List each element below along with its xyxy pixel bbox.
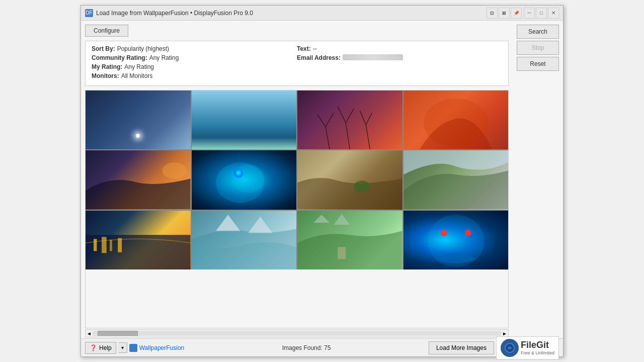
image-cell-1[interactable] [86,90,191,149]
main-window: DF Load Image from WallpaperFusion • Dis… [80,5,564,357]
email-value-blurred [343,54,403,60]
image-cell-11[interactable] [297,211,403,269]
scrollbar-track [93,331,501,336]
community-rating-row: Community Rating: Any Rating [92,54,297,61]
pin-btn[interactable]: 📌 [511,8,522,19]
image-cell-12[interactable] [404,211,509,269]
svg-point-13 [354,181,370,193]
svg-line-0 [326,127,330,149]
sort-by-value: Popularity (highest) [117,45,169,52]
image-cell-5[interactable] [86,150,191,209]
restore-btn[interactable]: ⊡ [487,8,498,19]
wallpaperfusion-icon [129,344,137,352]
help-icon: ❓ [90,344,97,351]
maximize-btn[interactable]: □ [536,8,547,19]
sort-by-row: Sort By: Popularity (highest) [92,45,297,52]
image-cell-3[interactable] [297,90,403,149]
monitors-row: Monitors: All Monitors [92,72,297,79]
svg-point-21 [440,229,447,236]
svg-rect-14 [86,235,191,269]
image-cell-8[interactable] [404,150,509,209]
svg-point-22 [464,229,471,236]
stop-button[interactable]: Stop [517,41,559,55]
my-rating-label: My Rating: [92,63,122,70]
filegit-icon [501,339,519,357]
images-found-count: 75 [324,344,331,351]
svg-line-8 [366,113,372,125]
wallpaperfusion-label: WallpaperFusion [139,344,185,351]
reset-button[interactable]: Reset [517,57,559,71]
filter-panel: Sort By: Popularity (highest) Community … [85,41,509,86]
configure-button[interactable]: Configure [85,25,128,37]
email-label: Email Address: [297,54,341,61]
help-dropdown-btn[interactable]: ▾ [118,342,127,353]
wallpaperfusion-link[interactable]: WallpaperFusion [129,344,185,352]
my-rating-row: My Rating: Any Rating [92,63,297,70]
image-cell-4[interactable] [404,90,509,149]
filegit-name: FileGit [521,340,554,350]
footer-center: Images Found: 75 [282,344,331,351]
filegit-logo: FileGit Free & Unlimited [496,336,559,359]
community-rating-item: Community Rating: Any Rating [92,54,179,61]
display-btn[interactable]: ⊞ [499,8,510,19]
image-cell-2[interactable] [192,90,297,149]
svg-line-1 [317,115,326,127]
email-item: Email Address: [297,54,403,61]
title-bar-extras: ⊡ ⊞ 📌 [487,8,522,19]
image-cell-6[interactable] [192,150,297,209]
footer-left: ❓ Help ▾ WallpaperFusion [85,342,184,354]
window-controls: ─ □ ✕ [524,8,559,19]
filegit-tagline: Free & Unlimited [521,350,554,355]
community-rating-value: Any Rating [149,54,179,61]
svg-rect-18 [118,238,122,252]
help-button[interactable]: ❓ Help [85,342,116,354]
minimize-btn[interactable]: ─ [524,8,535,19]
scroll-right-btn[interactable]: ► [502,331,507,336]
monitors-item: Monitors: All Monitors [92,72,152,79]
svg-rect-15 [94,239,97,251]
svg-line-7 [360,111,366,125]
title-bar-left: DF Load Image from WallpaperFusion • Dis… [85,9,253,17]
image-cell-10[interactable] [192,211,297,269]
image-grid-container[interactable] [85,90,509,328]
main-panel: Configure Sort By: Popularity (highest) [81,21,513,338]
text-row: Text: -- [297,45,502,52]
filter-left: Sort By: Popularity (highest) Community … [92,45,297,81]
email-row: Email Address: [297,54,502,61]
scroll-left-btn[interactable]: ◄ [87,331,92,336]
sort-by-item: Sort By: Popularity (highest) [92,45,169,52]
svg-line-3 [346,123,350,149]
svg-line-4 [338,107,346,123]
community-rating-label: Community Rating: [92,54,147,61]
search-button[interactable]: Search [517,25,559,39]
monitors-value: All Monitors [121,72,153,79]
image-cell-7[interactable] [297,150,403,209]
svg-rect-19 [338,247,346,259]
svg-rect-17 [110,239,112,250]
scrollbar-thumb[interactable] [98,331,138,336]
filegit-text-block: FileGit Free & Unlimited [521,340,554,355]
text-label: Text: [297,45,311,52]
footer-right: Load More Images FileGit Free & Unlimite… [429,336,559,359]
image-grid [86,90,508,269]
text-item: Text: -- [297,45,317,52]
my-rating-item: My Rating: Any Rating [92,63,154,70]
toolbar: Configure [81,21,513,41]
image-cell-9[interactable] [86,211,191,269]
footer: ❓ Help ▾ WallpaperFusion Images Found: 7… [81,338,563,356]
svg-line-5 [346,109,354,123]
close-btn[interactable]: ✕ [548,8,559,19]
svg-point-12 [232,164,264,193]
svg-line-6 [366,125,370,149]
images-found-label: Images Found: [282,344,324,351]
my-rating-value: Any Rating [124,63,154,70]
filter-right: Text: -- Email Address: [297,45,502,81]
load-more-button[interactable]: Load More Images [429,341,494,354]
title-bar: DF Load Image from WallpaperFusion • Dis… [81,6,563,21]
help-label: Help [99,344,112,351]
sort-by-label: Sort By: [92,45,115,52]
svg-point-10 [162,162,186,178]
text-value: -- [313,45,317,52]
app-icon: DF [85,9,93,17]
monitors-label: Monitors: [92,72,119,79]
